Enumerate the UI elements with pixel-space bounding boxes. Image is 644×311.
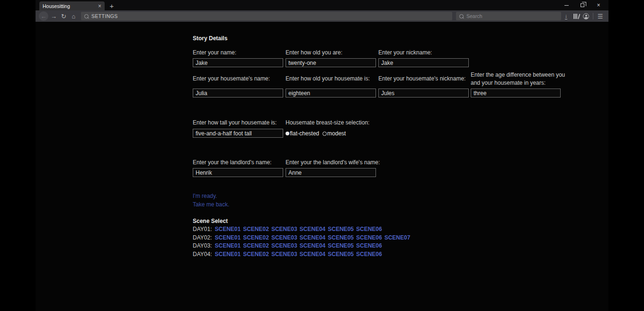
day-label: DAY04: [193, 251, 212, 258]
nickname-label: Enter your nickname: [378, 49, 432, 56]
radio-label: modest [327, 130, 346, 137]
radio-unselected-icon[interactable] [322, 132, 327, 136]
housemate-nickname-input[interactable] [378, 89, 469, 98]
scene-select-heading: Scene Select [193, 218, 228, 224]
download-icon: ↓ [565, 13, 568, 19]
scene-link-day03-scene03[interactable]: SCENE03 [271, 242, 297, 249]
breast-size-label: Housemate breast-size selection: [286, 119, 369, 126]
library-button[interactable] [571, 11, 581, 21]
scene-link-day03-scene02[interactable]: SCENE02 [243, 242, 269, 249]
day-label: DAY03: [193, 242, 212, 249]
scene-link-day02-scene04[interactable]: SCENE04 [300, 234, 326, 241]
scene-row: DAY03:SCENE01SCENE02SCENE03SCENE04SCENE0… [193, 241, 412, 249]
scene-link-day02-scene07[interactable]: SCENE07 [385, 234, 411, 241]
url-text: SETTINGS [91, 13, 118, 19]
story-details-heading: Story Details [193, 35, 227, 42]
scene-link-day04-scene06[interactable]: SCENE06 [356, 251, 382, 258]
scene-link-day03-scene06[interactable]: SCENE06 [356, 242, 382, 249]
scene-link-day04-scene03[interactable]: SCENE03 [271, 251, 297, 258]
search-placeholder: Search [466, 13, 482, 19]
age-difference-input[interactable] [471, 89, 561, 98]
day-label: DAY02: [193, 234, 212, 241]
reload-button[interactable]: ↻ [59, 11, 69, 21]
tab-title: Housesitting [43, 3, 96, 9]
search-icon [84, 14, 89, 18]
close-button[interactable]: × [590, 0, 607, 10]
day-label: DAY01: [193, 226, 212, 232]
minimize-button[interactable] [558, 0, 574, 10]
scene-link-day02-scene06[interactable]: SCENE06 [356, 234, 382, 241]
housemate-nickname-label: Enter your housemate's nickname: [378, 75, 465, 82]
nickname-input[interactable] [378, 58, 469, 67]
tab-housesitting[interactable]: Housesitting × [39, 1, 105, 10]
window-controls: × [558, 0, 607, 10]
menu-button[interactable]: ☰ [595, 11, 605, 21]
radio-label: flat-chested [290, 130, 319, 137]
downloads-button[interactable]: ↓ [561, 11, 571, 21]
landlord-wife-name-input[interactable] [286, 168, 376, 177]
scene-link-day01-scene05[interactable]: SCENE05 [328, 226, 354, 232]
home-button[interactable]: ⌂ [69, 11, 79, 21]
radio-selected-icon[interactable] [286, 132, 289, 135]
scene-link-day02-scene05[interactable]: SCENE05 [328, 234, 354, 241]
landlord-name-label: Enter your the landlord's name: [193, 159, 271, 166]
search-field[interactable]: Search [456, 12, 561, 20]
restore-icon [581, 3, 584, 7]
scene-link-day02-scene03[interactable]: SCENE03 [271, 234, 297, 241]
housemate-height-label: Enter how tall your housemate is: [193, 119, 277, 126]
radio-option-modest[interactable]: modest [322, 130, 346, 137]
name-label: Enter your name: [193, 49, 236, 56]
housemate-age-label: Enter how old your housemate is: [286, 75, 370, 82]
scene-link-day01-scene03[interactable]: SCENE03 [271, 226, 297, 232]
scene-link-day01-scene02[interactable]: SCENE02 [243, 226, 269, 232]
landlord-name-input[interactable] [193, 168, 283, 177]
forward-button[interactable]: → [49, 11, 59, 21]
search-icon [459, 14, 464, 18]
radio-option-flat-chested[interactable]: flat-chested [286, 130, 319, 137]
scene-link-day03-scene05[interactable]: SCENE05 [328, 242, 354, 249]
scene-row: DAY02:SCENE01SCENE02SCENE03SCENE04SCENE0… [193, 233, 412, 241]
browser-window: Housesitting × + × ← → ↻ ⌂ SETTINGS Sear… [36, 0, 608, 311]
url-bar[interactable]: SETTINGS [81, 12, 452, 20]
scene-link-day03-scene04[interactable]: SCENE04 [300, 242, 326, 249]
scene-link-day04-scene04[interactable]: SCENE04 [300, 251, 326, 258]
scene-link-day02-scene02[interactable]: SCENE02 [243, 234, 269, 241]
back-button[interactable]: ← [39, 11, 48, 21]
housemate-name-label: Enter your housemate's name: [193, 75, 270, 82]
age-label: Enter how old you are: [286, 49, 342, 56]
scene-link-day04-scene01[interactable]: SCENE01 [215, 251, 241, 258]
tab-close-icon[interactable]: × [96, 3, 101, 9]
page-content: Story Details Enter your name: Enter how… [36, 22, 608, 311]
minimize-icon [564, 5, 569, 6]
account-button[interactable] [581, 11, 591, 21]
landlord-wife-name-label: Enter your the landlord's wife's name: [286, 159, 380, 166]
scene-select-list: DAY01:SCENE01SCENE02SCENE03SCENE04SCENE0… [193, 224, 412, 258]
take-me-back-link[interactable]: Take me back. [193, 201, 229, 208]
housemate-name-input[interactable] [193, 89, 283, 98]
name-input[interactable] [193, 58, 283, 67]
scene-row: DAY04:SCENE01SCENE02SCENE03SCENE04SCENE0… [193, 249, 412, 258]
scene-link-day01-scene06[interactable]: SCENE06 [356, 226, 382, 232]
restore-button[interactable] [574, 0, 590, 10]
age-input[interactable] [286, 58, 376, 67]
scene-link-day01-scene04[interactable]: SCENE04 [300, 226, 326, 232]
housemate-height-input[interactable] [193, 129, 283, 138]
navigation-toolbar: ← → ↻ ⌂ SETTINGS Search ↓ ☰ [36, 10, 608, 22]
new-tab-button[interactable]: + [107, 1, 117, 10]
im-ready-link[interactable]: I'm ready. [193, 193, 217, 199]
toolbar-separator [593, 13, 593, 19]
scene-link-day03-scene01[interactable]: SCENE01 [215, 242, 241, 249]
tab-bar: Housesitting × + × [36, 0, 608, 10]
library-icon [573, 14, 579, 19]
scene-link-day01-scene01[interactable]: SCENE01 [215, 226, 241, 232]
scene-link-day04-scene05[interactable]: SCENE05 [328, 251, 354, 258]
scene-link-day04-scene02[interactable]: SCENE02 [243, 251, 269, 258]
breast-size-radio-group: flat-chested modest [286, 130, 349, 137]
scene-link-day02-scene01[interactable]: SCENE01 [215, 234, 241, 241]
age-difference-label: Enter the age difference between you and… [471, 71, 565, 87]
scene-row: DAY01:SCENE01SCENE02SCENE03SCENE04SCENE0… [193, 224, 412, 233]
account-icon [583, 13, 589, 19]
housemate-age-input[interactable] [286, 89, 376, 98]
